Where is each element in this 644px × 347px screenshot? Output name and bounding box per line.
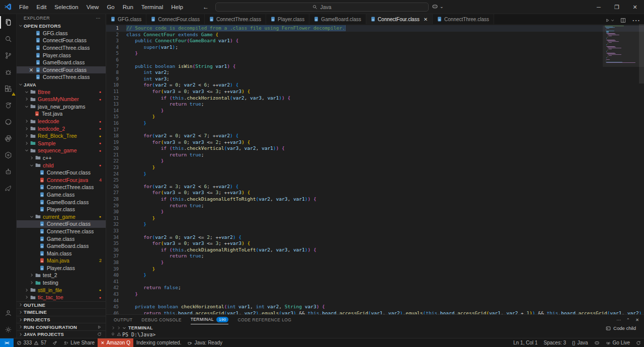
editor-more-icon[interactable]: ⋯ <box>632 16 640 25</box>
chevron-right-icon[interactable] <box>24 288 30 292</box>
code-line[interactable]: 42 return false; <box>106 285 644 291</box>
tree-item-red-block-tree[interactable]: Red_Block_Tree● <box>17 132 106 140</box>
amazon-q-button[interactable]: ✕Amazon Q <box>98 338 133 347</box>
code-line[interactable]: 32 } <box>106 221 644 228</box>
chevron-right-icon[interactable] <box>18 310 24 314</box>
panel-tab-output[interactable]: OUTPUT <box>114 315 132 324</box>
code-line[interactable]: 22 } <box>106 158 644 164</box>
menu-view[interactable]: View <box>83 2 103 13</box>
tree-item-java-new-programs[interactable]: java_new_programs <box>17 103 106 111</box>
tree-item-connectthree-class[interactable]: ConnectThree.class <box>17 184 106 191</box>
code-line[interactable]: 11 for(var3 = 0; var3 <= 3; ++var3) { <box>106 89 644 95</box>
code-line[interactable]: 16 } <box>106 120 644 127</box>
tree-item-guessmynumber[interactable]: GuessMyNumber● <box>17 96 106 103</box>
tree-item-main-class[interactable]: Main.class <box>17 249 106 257</box>
menu-file[interactable]: File <box>15 2 33 13</box>
tab-connectfour-class[interactable]: ConnectFour.class✕ <box>366 14 433 24</box>
tab-connectthree-class[interactable]: ConnectThree.class <box>433 14 494 24</box>
code-line[interactable]: 18 for(var2 = 0; var2 < 7; ++var2) { <box>106 133 644 139</box>
minimap[interactable] <box>605 26 638 63</box>
terminal-section-chevron-icon[interactable] <box>122 326 126 330</box>
tab-gfg-class[interactable]: GFG.class <box>106 14 146 24</box>
code-line[interactable]: 19 for(var3 = 0; var3 <= 2; ++var3) { <box>106 139 644 146</box>
minimap-slider[interactable] <box>603 26 644 67</box>
tree-item-gameboard-class[interactable]: GameBoard.class <box>17 198 106 206</box>
open-editor-item[interactable]: ✕ConnectFour.class <box>17 66 106 74</box>
chevron-right-icon[interactable] <box>24 134 30 138</box>
tab-player-class[interactable]: Player.class <box>266 14 309 24</box>
tree-item-still-in-file[interactable]: still_in_file● <box>17 286 106 294</box>
code-line[interactable]: 33 <box>106 228 644 234</box>
terminal-prompt[interactable]: PS D:\Java> <box>122 331 155 338</box>
tree-item-tic-tac-toe[interactable]: tic_tac_toe● <box>17 294 106 301</box>
chevron-right-icon[interactable] <box>18 325 24 329</box>
chevron-right-icon[interactable] <box>18 303 24 307</box>
section-timeline[interactable]: TIMELINE <box>17 308 106 316</box>
code-line[interactable]: 5 } <box>106 50 644 57</box>
chevron-down-icon[interactable] <box>24 148 30 152</box>
menu-selection[interactable]: Selection <box>50 2 82 13</box>
reload-icon[interactable] <box>97 332 106 336</box>
menu-terminal[interactable]: Terminal <box>137 2 167 13</box>
activity-hexagon-extension-icon[interactable] <box>0 147 17 163</box>
language-mode[interactable]: {}Java <box>569 338 591 347</box>
tree-item-connectthree-class[interactable]: ConnectThree.class <box>17 228 106 235</box>
menu-go[interactable]: Go <box>103 2 118 13</box>
code-line[interactable]: 10 for(var2 = 0; var2 < 6; ++var2) { <box>106 82 644 89</box>
menu-edit[interactable]: Edit <box>33 2 51 13</box>
tree-item-current-game[interactable]: current_game● <box>17 213 106 220</box>
java-ready-status[interactable]: Java: Ready <box>184 338 225 347</box>
cursor-position[interactable]: Ln 1, Col 1 <box>510 338 540 347</box>
code-line[interactable]: 15 } <box>106 114 644 120</box>
activity-explorer-icon[interactable] <box>0 14 17 31</box>
code-line[interactable]: 46 return this.board.accessGrid(var1, va… <box>106 310 644 314</box>
close-editor-icon[interactable]: ✕ <box>28 67 35 73</box>
code-line[interactable]: 4 super(var1); <box>106 44 644 51</box>
code-line[interactable]: 23 } <box>106 164 644 171</box>
tree-item-leedcode[interactable]: leedcode● <box>17 118 106 125</box>
code-line[interactable]: 24 } <box>106 171 644 178</box>
chevron-right-icon[interactable] <box>29 156 35 160</box>
tree-item-sequence-game[interactable]: sequence_game● <box>17 147 106 154</box>
code-line[interactable]: 34 for(var2 = 0; var2 <= 2; ++var2) { <box>106 234 644 241</box>
chevron-down-icon[interactable] <box>24 105 30 109</box>
activity-search-icon[interactable] <box>0 31 17 47</box>
chevron-right-icon[interactable] <box>24 97 30 101</box>
explorer-more-actions-icon[interactable]: ⋯ <box>96 16 101 21</box>
activity-manage-icon[interactable] <box>0 321 17 338</box>
chevron-right-icon[interactable] <box>24 141 30 145</box>
code-line[interactable]: 40 } <box>106 272 644 279</box>
tab-connectfour-class[interactable]: ConnectFour.class <box>146 14 205 24</box>
chevron-down-icon[interactable] <box>29 163 35 167</box>
code-line[interactable]: 41 <box>106 279 644 285</box>
chevron-right-icon[interactable] <box>24 295 30 299</box>
tree-item-main-java[interactable]: Main.java2 <box>17 257 106 265</box>
open-editor-item[interactable]: ConnectThree.class <box>17 73 106 81</box>
tab-gameboard-class[interactable]: GameBoard.class <box>309 14 366 24</box>
close-tab-icon[interactable]: ✕ <box>424 17 428 22</box>
code-line[interactable]: 38 } <box>106 259 644 266</box>
menu-run[interactable]: Run <box>119 2 137 13</box>
code-line[interactable]: 25 <box>106 177 644 184</box>
problems-button[interactable]: 33357 <box>14 338 50 347</box>
go-live-button[interactable]: Go Live <box>603 338 633 347</box>
tree-item-connectfour-class[interactable]: ConnectFour.class <box>17 169 106 177</box>
command-center-search[interactable]: Java <box>215 3 429 12</box>
open-editor-item[interactable]: ConnectThree.class <box>17 44 106 52</box>
activity-source-control-icon[interactable] <box>0 47 17 64</box>
tree-item-connectfour-class[interactable]: ConnectFour.class <box>17 220 106 228</box>
panel-maximize-icon[interactable]: ⌃ <box>626 317 630 322</box>
code-line[interactable]: 14 } <box>106 108 644 114</box>
tree-item-game-class[interactable]: Game.class <box>17 191 106 199</box>
code-line[interactable]: 6 <box>106 57 644 63</box>
live-share-button[interactable]: Live Share <box>60 338 98 347</box>
chevron-right-icon[interactable] <box>18 318 24 322</box>
editor-scrollbar[interactable] <box>639 24 644 314</box>
panel-tab-terminal[interactable]: TERMINAL190 <box>191 315 229 324</box>
menu-help[interactable]: Help <box>167 2 187 13</box>
terminal-nav-left-icon[interactable] <box>111 326 115 330</box>
indentation[interactable]: Spaces: 3 <box>541 338 569 347</box>
tree-item-test-2[interactable]: test_2 <box>17 272 106 279</box>
activity-extensions-icon[interactable] <box>0 80 17 97</box>
chevron-right-icon[interactable] <box>29 281 35 285</box>
